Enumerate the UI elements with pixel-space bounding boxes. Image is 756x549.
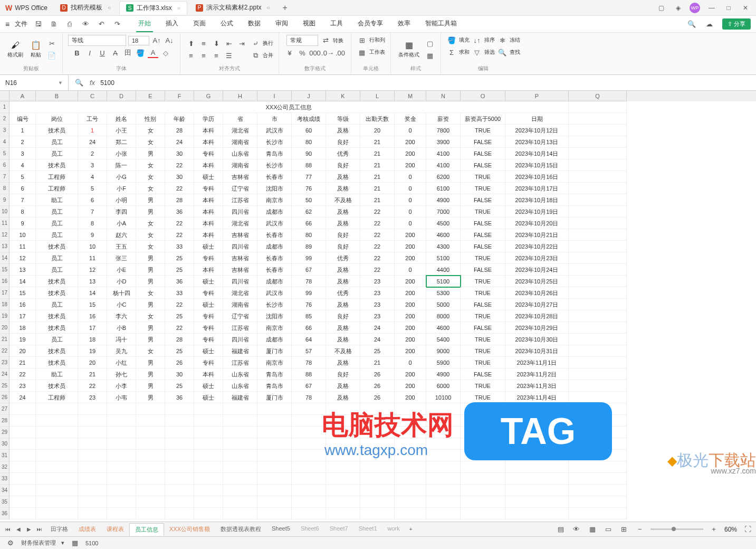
data-cell[interactable]: 厦门市 [257,392,292,403]
data-cell[interactable]: 24 [78,136,107,148]
user-avatar[interactable]: WP [690,3,700,13]
empty-cell[interactable] [505,438,569,450]
empty-cell[interactable] [107,450,136,461]
data-cell[interactable]: 男 [136,380,165,392]
empty-cell[interactable] [165,427,194,438]
row-header[interactable]: 7 [0,171,9,183]
empty-cell[interactable] [165,485,194,496]
ribbon-tab[interactable]: 公式 [218,16,235,32]
empty-cell[interactable] [569,461,627,473]
data-cell[interactable]: TRUE [461,392,505,403]
data-cell[interactable]: 57 [292,345,326,357]
empty-cell[interactable] [165,403,194,415]
data-cell[interactable]: 女 [136,241,165,252]
empty-cell[interactable] [136,496,165,508]
data-cell[interactable]: FALSE [461,241,505,252]
data-cell[interactable]: 22 [165,159,194,171]
data-cell[interactable]: 湖北省 [223,125,257,136]
empty-cell[interactable] [165,415,194,427]
data-cell[interactable]: 女 [136,345,165,357]
data-cell[interactable]: 江苏省 [223,322,257,334]
sheet-tab[interactable]: Sheet7 [324,523,353,536]
sheet-prev-button[interactable]: ◀ [14,525,23,534]
data-cell[interactable]: 长沙市 [257,159,292,171]
data-cell[interactable]: 小C [107,299,136,310]
data-cell[interactable]: 技术员 [36,380,78,392]
data-cell[interactable]: 4500 [426,217,461,229]
align-left-icon[interactable]: ≡ [186,50,196,61]
header-cell[interactable]: 编号 [9,113,36,125]
data-cell[interactable]: TRUE [461,276,505,287]
data-cell[interactable]: 88 [292,368,326,380]
redo-icon[interactable]: ↷ [112,19,122,30]
decimal-dec-icon[interactable]: .00 [335,48,346,58]
sheet-tab[interactable]: work [382,523,405,536]
ribbon-tab[interactable]: 数据 [246,16,263,32]
data-cell[interactable]: 本科 [194,206,223,217]
data-cell[interactable]: 沈阳市 [257,183,292,194]
empty-cell[interactable] [223,427,257,438]
empty-cell[interactable] [461,496,505,508]
empty-cell[interactable] [194,438,223,450]
data-cell[interactable]: 200 [395,299,426,310]
font-color-icon[interactable]: A [148,48,158,58]
data-cell[interactable]: 男 [136,334,165,345]
data-cell[interactable]: 长春市 [257,252,292,264]
sheet-next-button[interactable]: ▶ [24,525,34,534]
currency-icon[interactable]: ¥ [284,48,295,58]
data-cell[interactable]: 5000 [426,299,461,310]
data-cell[interactable]: 2023年10月20日 [505,217,569,229]
data-cell[interactable]: 硕士 [194,345,223,357]
empty-cell[interactable] [326,496,360,508]
empty-cell[interactable] [569,438,627,450]
data-cell[interactable]: 四川省 [223,276,257,287]
data-cell[interactable]: 及格 [326,217,360,229]
data-cell[interactable]: 11 [9,241,36,252]
empty-cell[interactable] [78,427,107,438]
empty-cell[interactable] [395,461,426,473]
data-cell[interactable]: 专科 [194,357,223,368]
empty-cell[interactable] [426,508,461,519]
data-cell[interactable]: 2023年10月27日 [505,299,569,310]
data-cell[interactable]: 36 [165,206,194,217]
empty-cell[interactable] [505,508,569,519]
data-cell[interactable]: 12 [9,252,36,264]
data-cell[interactable]: 62 [292,206,326,217]
empty-cell[interactable] [395,438,426,450]
freeze-icon[interactable]: ❄ [497,35,508,45]
data-cell[interactable]: 冯十 [107,334,136,345]
data-cell[interactable]: 200 [395,148,426,159]
data-cell[interactable]: 员工 [36,136,78,148]
empty-cell[interactable] [395,473,426,485]
data-cell[interactable]: 18 [9,322,36,334]
data-cell[interactable]: 优秀 [326,252,360,264]
empty-cell[interactable] [292,461,326,473]
header-cell[interactable]: 考核成绩 [292,113,326,125]
table-style-icon[interactable]: ▦ [425,50,435,61]
data-cell[interactable]: 21 [360,159,395,171]
column-header[interactable]: E [136,91,165,101]
data-cell[interactable]: 30 [165,148,194,159]
data-cell[interactable]: 孙七 [107,368,136,380]
data-cell[interactable]: TRUE [461,206,505,217]
empty-cell[interactable] [326,450,360,461]
sheet-tab[interactable]: Sheet5 [266,523,295,536]
data-cell[interactable]: 员工 [36,299,78,310]
empty-cell[interactable] [395,485,426,496]
empty-cell[interactable] [257,508,292,519]
empty-cell[interactable] [257,415,292,427]
decimal-inc-icon[interactable]: .0→ [322,48,333,58]
empty-cell[interactable] [9,496,36,508]
empty-cell[interactable] [9,415,36,427]
view-normal-icon[interactable]: ▦ [587,524,598,535]
data-cell[interactable]: FALSE [461,264,505,276]
fullscreen-icon[interactable]: ⛶ [742,524,753,535]
data-cell[interactable]: 2023年10月13日 [505,136,569,148]
row-header[interactable]: 1 [0,101,9,113]
empty-cell[interactable] [461,508,505,519]
ribbon-tab[interactable]: 审阅 [273,16,290,32]
data-cell[interactable]: 男 [136,264,165,276]
data-cell[interactable]: 小张 [107,148,136,159]
row-header[interactable]: 25 [0,380,9,392]
column-header[interactable]: O [461,91,505,101]
